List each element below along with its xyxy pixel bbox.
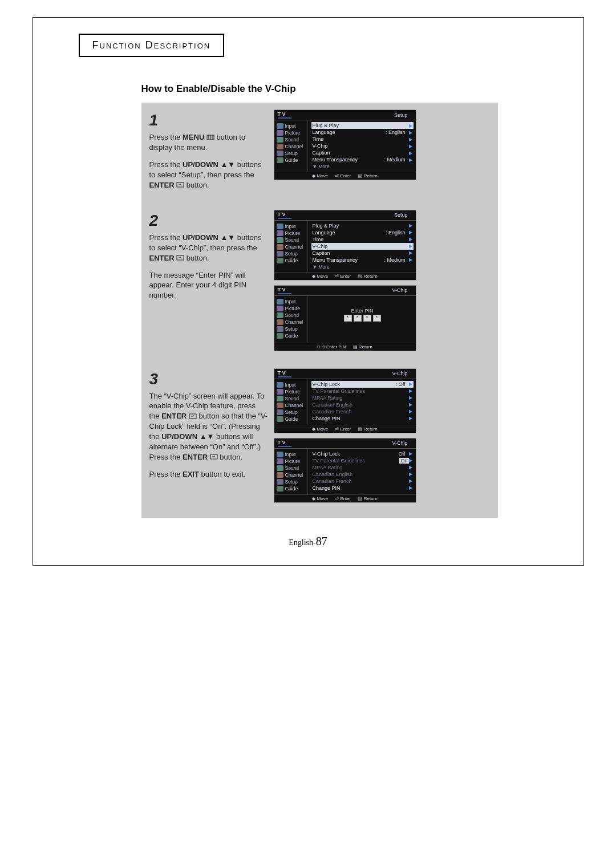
step-2: 2 Press the UP/DOWN ▲▼ buttons to select… — [149, 210, 490, 356]
arrow-right-icon: ▶ — [409, 381, 412, 387]
menu-label: Menu Transparency — [313, 257, 381, 263]
channel-icon — [277, 244, 283, 250]
menu-label: Caption — [313, 250, 409, 256]
menu-value: : Medium — [384, 157, 405, 163]
pin-hint: 0~9 Enter PIN — [317, 344, 346, 350]
input-icon — [277, 123, 283, 129]
menu-row: V-Chip▶ — [311, 143, 414, 149]
tv-side-item: Picture — [277, 130, 307, 136]
guide-icon — [277, 258, 283, 263]
arrow-right-icon: ▶ — [409, 409, 412, 414]
menu-label: Change PIN — [313, 485, 409, 491]
arrow-right-icon: ▶ — [409, 230, 412, 235]
guide-icon — [277, 333, 283, 339]
menu-label: Plug & Play — [313, 123, 409, 128]
tv-body: InputPictureSoundChannelSetupGuidePlug &… — [274, 221, 416, 272]
tv-footer: ◆ Move ⏎ Enter ▤ Return — [274, 172, 416, 180]
arrow-right-icon: ▶ — [409, 151, 412, 156]
move-hint: ◆ Move — [312, 173, 328, 178]
menu-label: V-Chip Lock — [313, 381, 392, 387]
menu-row: Plug & Play▶ — [311, 122, 414, 129]
menu-row: Time▶ — [311, 136, 414, 143]
menu-row: ▼ More — [311, 163, 414, 170]
arrow-right-icon: ▶ — [409, 478, 412, 484]
menu-value: : English — [386, 230, 406, 235]
move-hint: ◆ Move — [312, 427, 328, 432]
tv-header: T V Setup — [274, 110, 416, 120]
menu-row: Menu Transparency: Medium▶ — [311, 257, 414, 263]
arrow-right-icon: ▶ — [409, 388, 412, 393]
step-number: 3 — [149, 368, 268, 390]
arrow-right-icon: ▶ — [409, 144, 412, 149]
tv-body: InputPictureSoundChannelSetupGuideV-Chip… — [274, 379, 416, 425]
menu-row: Plug & Play▶ — [311, 222, 414, 229]
menu-label: Caption — [313, 150, 409, 156]
menu-label: Change PIN — [313, 416, 409, 421]
pin-cell[interactable]: * — [363, 315, 371, 322]
enter-button-label: ENTER — [183, 453, 208, 461]
menu-row: V-Chip LockOff▶ — [311, 450, 414, 457]
tv-side-item: Channel — [277, 472, 307, 478]
return-hint: ▤ Return — [353, 344, 372, 350]
tv-screen-setup: T V Setup InputPictureSoundChannelSetupG… — [274, 109, 416, 180]
pin-cell[interactable]: * — [373, 315, 381, 322]
menu-row: Canadian French▶ — [311, 478, 414, 485]
menu-row: Language: English▶ — [311, 129, 414, 136]
input-icon — [277, 382, 283, 388]
arrow-right-icon: ▶ — [409, 123, 412, 128]
tv-side-item: Setup — [277, 326, 307, 332]
tv-side-item: Sound — [277, 137, 307, 143]
tv-footer: ◆ Move ⏎ Enter ▤ Return — [274, 272, 416, 280]
setup-icon — [277, 479, 283, 485]
menu-row: V-Chip▶ — [311, 243, 414, 250]
menu-label: Time — [313, 237, 409, 242]
setup-icon — [277, 151, 283, 156]
setup-icon — [277, 251, 283, 257]
updown-button-label: UP/DOWN — [183, 160, 218, 169]
enter-button-label: ENTER — [149, 254, 175, 262]
tv-label: T V — [278, 212, 291, 219]
sound-icon — [277, 137, 283, 143]
paragraph: Press the EXIT button to exit. — [149, 469, 268, 480]
arrow-right-icon: ▶ — [409, 485, 412, 490]
menu-label: V-Chip — [313, 143, 409, 149]
tv-label: T V — [278, 440, 291, 447]
tv-side-item: Input — [277, 382, 307, 388]
step-screens: T V Setup InputPictureSoundChannelSetupG… — [274, 109, 490, 185]
tv-body: InputPictureSoundChannelSetupGuideV-Chip… — [274, 449, 416, 494]
section-title: How to Enable/Disable the V-Chip — [141, 83, 583, 95]
menu-row: Change PIN▶ — [311, 485, 414, 492]
tv-side-item: Channel — [277, 244, 307, 250]
guide-icon — [277, 486, 283, 492]
tv-label: T V — [278, 111, 291, 119]
step-number: 2 — [149, 210, 268, 231]
menu-label: Time — [313, 136, 409, 142]
tv-sidebar: InputPictureSoundChannelSetupGuide — [274, 120, 307, 172]
channel-icon — [277, 403, 283, 408]
enter-icon — [176, 253, 184, 263]
manual-page: Function Description How to Enable/Disab… — [33, 17, 584, 566]
tv-screen-title: Setup — [394, 112, 408, 118]
tv-side-item: Channel — [277, 319, 307, 325]
paragraph: Press the UP/DOWN ▲▼ buttons to select “… — [149, 233, 268, 263]
menu-label: Plug & Play — [313, 223, 409, 229]
arrow-right-icon: ▶ — [409, 465, 412, 470]
return-hint: ▤ Return — [358, 173, 377, 178]
tv-side-item: Picture — [277, 458, 307, 464]
sound-icon — [277, 465, 283, 471]
steps-container: 1 Press the MENU button to display the m… — [141, 103, 498, 518]
tv-side-item: Guide — [277, 416, 307, 422]
menu-label: Canadian French — [313, 409, 409, 415]
menu-row: V-Chip Lock: Off▶ — [311, 381, 414, 388]
tv-body: InputPictureSoundChannelSetupGuide Enter… — [274, 296, 416, 343]
tv-side-item: Picture — [277, 230, 307, 236]
channel-icon — [277, 472, 283, 478]
tv-main: Plug & Play▶Language: English▶Time▶V-Chi… — [307, 221, 416, 272]
tv-side-item: Channel — [277, 144, 307, 149]
step-text: 3 The “V-Chip” screen will appear. To en… — [149, 368, 268, 486]
setup-icon — [277, 326, 283, 332]
pin-cell[interactable]: * — [354, 315, 362, 322]
pin-cell[interactable]: * — [344, 315, 352, 322]
enter-hint: ⏎ Enter — [335, 173, 351, 178]
menu-row: TV Parental GuidelinesOn▶ — [311, 457, 414, 464]
